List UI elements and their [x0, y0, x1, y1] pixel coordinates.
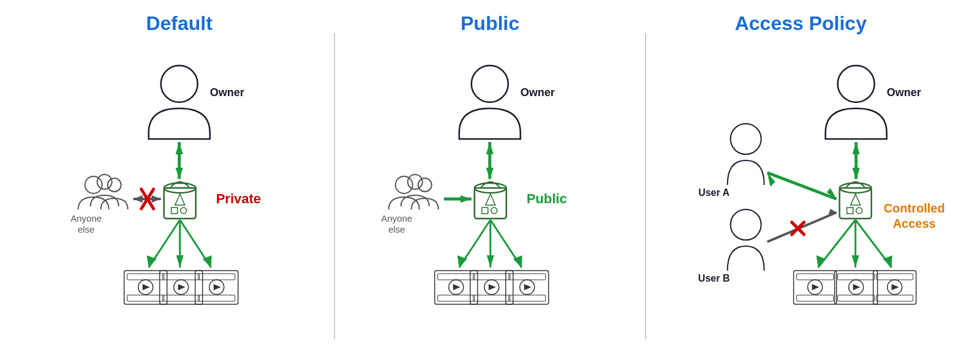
- svg-point-0: [161, 66, 198, 102]
- svg-point-47: [396, 176, 413, 193]
- controlled-access-label-2: Access: [892, 217, 935, 230]
- svg-marker-45: [486, 142, 494, 154]
- svg-rect-65: [473, 295, 510, 301]
- svg-point-48: [408, 174, 423, 189]
- svg-point-5: [181, 208, 187, 214]
- svg-point-78: [856, 208, 862, 214]
- svg-marker-76: [850, 194, 860, 205]
- svg-rect-69: [509, 274, 546, 280]
- owner-label-policy: Owner: [886, 86, 921, 99]
- svg-marker-94: [851, 255, 859, 268]
- svg-marker-111: [891, 284, 899, 290]
- owner-person-policy: [825, 66, 886, 139]
- svg-rect-59: [438, 274, 475, 280]
- anyone-else-person: [78, 174, 128, 209]
- svg-marker-67: [489, 284, 496, 290]
- svg-rect-24: [127, 274, 164, 280]
- svg-line-87: [767, 212, 836, 242]
- svg-marker-41: [486, 194, 496, 205]
- section-default-title: Default: [146, 12, 212, 35]
- svg-marker-8: [176, 168, 183, 180]
- video-icon-3: [195, 271, 238, 304]
- section-public-title: Public: [461, 12, 519, 35]
- bucket-policy: [839, 182, 871, 219]
- anyone-else-label-public-1: Anyone: [382, 213, 413, 223]
- user-a-label: User A: [698, 187, 729, 198]
- svg-rect-103: [837, 274, 874, 280]
- diagram-container: Default Owner: [0, 0, 980, 360]
- svg-marker-101: [812, 284, 819, 290]
- svg-marker-32: [178, 284, 186, 290]
- svg-rect-108: [876, 274, 913, 280]
- public-diagram: Owner Anyone: [335, 41, 644, 341]
- video-icon-2: [160, 271, 203, 304]
- svg-rect-64: [473, 274, 510, 280]
- controlled-access-label-1: Controlled: [883, 201, 944, 215]
- default-diagram: Owner: [24, 41, 334, 341]
- svg-point-43: [491, 208, 497, 214]
- access-policy-diagram: Owner User A: [646, 41, 956, 341]
- svg-rect-99: [796, 295, 833, 301]
- svg-point-9: [85, 176, 102, 193]
- svg-point-10: [97, 174, 112, 189]
- anyone-else-public: [389, 174, 439, 209]
- svg-point-49: [418, 178, 432, 192]
- svg-line-84: [767, 173, 836, 199]
- section-default: Default Owner: [24, 12, 334, 343]
- private-label: Private: [216, 191, 261, 206]
- section-public: Public Owner: [335, 12, 644, 343]
- user-b-label: User B: [698, 273, 730, 283]
- svg-marker-72: [524, 284, 532, 290]
- svg-rect-25: [127, 295, 164, 301]
- svg-marker-62: [453, 284, 461, 290]
- svg-point-73: [837, 66, 874, 102]
- svg-rect-4: [172, 208, 178, 214]
- user-b-person: [727, 209, 764, 271]
- svg-marker-106: [853, 284, 860, 290]
- svg-marker-46: [486, 168, 494, 180]
- svg-marker-13: [134, 195, 143, 203]
- video-icon-public-3: [506, 271, 549, 304]
- svg-rect-98: [796, 274, 833, 280]
- svg-point-82: [730, 124, 761, 154]
- video-icon-public-2: [470, 271, 513, 304]
- svg-point-83: [730, 209, 761, 240]
- user-a-person: [727, 124, 764, 185]
- section-access-policy: Access Policy Owner: [646, 12, 956, 343]
- svg-rect-42: [482, 208, 488, 214]
- svg-rect-60: [438, 295, 475, 301]
- owner-label: Owner: [210, 86, 244, 99]
- owner-person-icon: [149, 66, 210, 139]
- svg-marker-92: [816, 255, 826, 268]
- svg-rect-34: [198, 274, 235, 280]
- svg-point-11: [108, 178, 121, 192]
- anyone-else-label-public-2: else: [388, 224, 405, 234]
- svg-rect-104: [837, 295, 874, 301]
- svg-rect-109: [876, 295, 913, 301]
- svg-marker-51: [461, 195, 472, 203]
- section-access-policy-title: Access Policy: [735, 12, 867, 35]
- svg-marker-7: [176, 142, 183, 154]
- svg-rect-29: [163, 274, 200, 280]
- svg-rect-35: [198, 295, 235, 301]
- svg-rect-77: [846, 208, 853, 214]
- video-icon-policy-3: [873, 271, 916, 304]
- video-icon-policy-1: [793, 271, 836, 304]
- bucket-icon: [164, 182, 196, 219]
- svg-rect-30: [163, 295, 200, 301]
- bucket-public: [475, 182, 507, 219]
- anyone-else-label-1: Anyone: [70, 213, 102, 223]
- video-icon-policy-2: [834, 271, 877, 304]
- svg-marker-14: [152, 195, 161, 203]
- owner-label-public: Owner: [521, 86, 555, 99]
- svg-point-38: [472, 66, 508, 102]
- svg-marker-20: [176, 255, 184, 268]
- anyone-else-label-2: else: [78, 224, 95, 234]
- svg-marker-37: [214, 284, 221, 290]
- svg-marker-81: [852, 168, 859, 180]
- public-label: Public: [527, 191, 567, 206]
- svg-marker-3: [175, 194, 185, 205]
- video-icon-1: [124, 271, 167, 304]
- svg-marker-27: [143, 284, 150, 290]
- svg-rect-70: [509, 295, 546, 301]
